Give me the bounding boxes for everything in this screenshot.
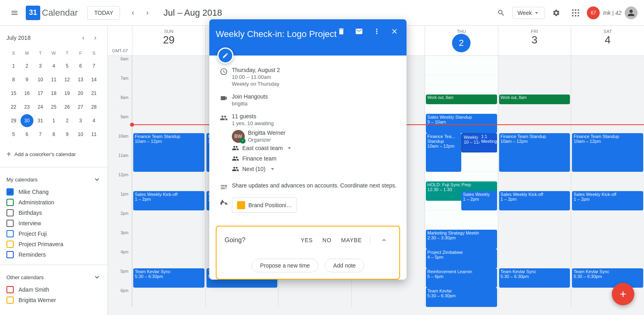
prev-button[interactable]: ‹: [126, 6, 139, 19]
mini-cal-date[interactable]: 12: [61, 73, 73, 86]
sidebar-item-birthdays[interactable]: Birthdays: [0, 208, 104, 218]
mini-cal-date[interactable]: 14: [88, 73, 100, 86]
add-note-button[interactable]: Add note: [325, 259, 364, 272]
mini-cal-date[interactable]: 29: [7, 114, 20, 127]
sidebar-item-mikechang[interactable]: Mike Chang: [0, 187, 104, 197]
mini-cal-date[interactable]: 7: [88, 60, 100, 72]
event-11-meeting-thu[interactable]: 1:1 Meeting,: [479, 133, 497, 152]
mini-cal-date[interactable]: 9: [21, 73, 33, 86]
mini-cal-prev[interactable]: ‹: [78, 32, 89, 43]
popup-email-button[interactable]: [352, 24, 366, 39]
mini-cal-date[interactable]: 16: [21, 87, 33, 100]
menu-button[interactable]: [6, 5, 23, 21]
other-calendars-header[interactable]: Other calendars: [0, 270, 107, 284]
calendar-checkbox-outline[interactable]: [6, 209, 14, 216]
my-calendars-header[interactable]: My calendars: [0, 172, 107, 187]
group-eastcoast[interactable]: East coast team: [232, 144, 400, 152]
rsvp-maybe-button[interactable]: MAYBE: [340, 235, 363, 245]
event-finance-thu[interactable]: Finance Tea... Standup 10am – 12pm: [426, 133, 461, 172]
mini-cal-date[interactable]: 22: [7, 101, 20, 113]
mini-cal-date[interactable]: 10: [74, 128, 87, 141]
rsvp-collapse-button[interactable]: [377, 233, 391, 247]
user-avatar[interactable]: [625, 6, 638, 19]
event-workout-thu[interactable]: Work out, 8am: [426, 95, 497, 104]
attachment-box[interactable]: Brand Positioni…: [232, 198, 297, 213]
event-teamkev-sun[interactable]: Team Kevlar Sync 5:30 – 6:30pm: [133, 268, 204, 288]
mini-cal-date[interactable]: 18: [47, 87, 60, 100]
sidebar-item-brigittawerner[interactable]: Brigitta Werner: [0, 295, 104, 305]
settings-button[interactable]: [548, 5, 564, 21]
today-button[interactable]: TODAY: [87, 6, 120, 20]
view-select[interactable]: Week: [512, 7, 545, 19]
mini-cal-next[interactable]: ›: [90, 32, 101, 43]
mini-cal-date[interactable]: 15: [7, 87, 20, 100]
mini-cal-date[interactable]: 27: [74, 101, 87, 113]
mini-cal-date[interactable]: 11: [88, 128, 100, 141]
mini-cal-date[interactable]: 4: [47, 60, 60, 72]
mini-cal-date[interactable]: 21: [88, 87, 100, 100]
mini-cal-date[interactable]: 10: [34, 73, 47, 86]
mini-cal-date[interactable]: 13: [74, 73, 87, 86]
apps-button[interactable]: [568, 5, 584, 21]
sidebar-item-reminders[interactable]: Reminders: [0, 249, 104, 260]
event-teamkev-thu[interactable]: Team Kevlar 5:30 – 6:30pm: [426, 288, 497, 307]
calendar-checkbox-outline[interactable]: [6, 286, 14, 293]
event-proj-zimbabwe-thu[interactable]: Project Zimbabwe 4 – 5pm: [426, 249, 497, 268]
event-workout-fri[interactable]: Work out, 8am: [499, 95, 570, 104]
add-coworker[interactable]: + Add a coworker's calendar: [0, 145, 107, 164]
mini-cal-date[interactable]: 11: [47, 73, 60, 86]
calendar-checkbox-outline[interactable]: [6, 220, 14, 227]
next-button[interactable]: ›: [141, 6, 154, 19]
event-finance-fri[interactable]: Finance Team Standup 10am – 12pm: [499, 133, 570, 172]
mini-cal-date[interactable]: 28: [88, 101, 100, 113]
calendar-checkbox[interactable]: [6, 188, 14, 196]
group-finance[interactable]: Finance team: [232, 155, 400, 162]
popup-more-button[interactable]: [369, 24, 384, 39]
calendar-checkbox-outline[interactable]: [6, 296, 14, 304]
mini-cal-date[interactable]: 8: [7, 73, 20, 86]
mini-cal-date[interactable]: 1: [7, 60, 20, 72]
event-sales-fri[interactable]: Sales Weekly Kick-off 1 – 2pm: [499, 191, 570, 210]
rsvp-yes-button[interactable]: YES: [299, 235, 314, 245]
search-button[interactable]: [493, 5, 509, 21]
popup-edit-fab[interactable]: [217, 47, 233, 64]
mini-cal-date[interactable]: 2: [61, 114, 73, 127]
mini-cal-date[interactable]: 31: [34, 114, 47, 127]
popup-close-button[interactable]: [387, 24, 402, 39]
event-finance-sun[interactable]: Finance Team Standup 10am – 12pm: [133, 133, 204, 172]
mini-cal-date[interactable]: 24: [34, 101, 47, 113]
event-sales-sun[interactable]: Sales Weekly Kick-off 1 – 2pm: [133, 191, 204, 210]
mini-cal-date[interactable]: 2: [21, 60, 33, 72]
mini-cal-date[interactable]: 5: [61, 60, 73, 72]
propose-new-time-button[interactable]: Propose a new time: [252, 259, 318, 272]
group-next[interactable]: Next (10): [232, 165, 400, 173]
mini-cal-date[interactable]: 7: [34, 128, 47, 141]
mini-cal-today[interactable]: 30: [21, 114, 33, 127]
popup-delete-button[interactable]: [334, 24, 349, 39]
sidebar-item-projectprimavera[interactable]: Project Primavera: [0, 239, 104, 249]
event-finance-sat[interactable]: Finance Team Standup 10am – 12pm: [572, 133, 643, 172]
mini-cal-date[interactable]: 3: [74, 114, 87, 127]
mini-cal-date[interactable]: 17: [34, 87, 47, 100]
ink-label[interactable]: Ink | 42: [603, 10, 621, 16]
event-sales-sat[interactable]: Sales Weekly Kick-off 1 – 2pm: [572, 191, 643, 210]
mini-cal-date[interactable]: 6: [74, 60, 87, 72]
mini-cal-date[interactable]: 6: [21, 128, 33, 141]
calendar-checkbox-outline[interactable]: [6, 241, 14, 248]
notification-badge[interactable]: 67: [587, 6, 600, 19]
event-mktg-strategy-thu[interactable]: Marketing Strategy Meetin 2:30 – 3:30pm: [426, 230, 497, 249]
mini-cal-date[interactable]: 26: [61, 101, 73, 113]
sidebar-item-projectfuji[interactable]: Project Fuji: [0, 229, 104, 239]
mini-cal-date[interactable]: 8: [47, 128, 60, 141]
rsvp-no-button[interactable]: NO: [321, 235, 333, 245]
mini-cal-date[interactable]: 23: [21, 101, 33, 113]
calendar-checkbox-outline[interactable]: [6, 251, 14, 258]
sidebar-item-adamsmith[interactable]: Adam Smith: [0, 284, 104, 295]
event-teamkev-fri[interactable]: Team Kevlar Sync 5:30 – 6:30pm: [499, 268, 570, 288]
mini-cal-date[interactable]: 5: [7, 128, 20, 141]
mini-cal-date[interactable]: 20: [74, 87, 87, 100]
event-teamkev-sat[interactable]: Team Kevlar Sync 5:30 – 6:30pm: [572, 268, 643, 288]
mini-cal-date[interactable]: 19: [61, 87, 73, 100]
calendar-checkbox-outline[interactable]: [6, 199, 14, 206]
event-sales-thu[interactable]: Sales Weekly 1 – 2pm: [461, 191, 497, 210]
